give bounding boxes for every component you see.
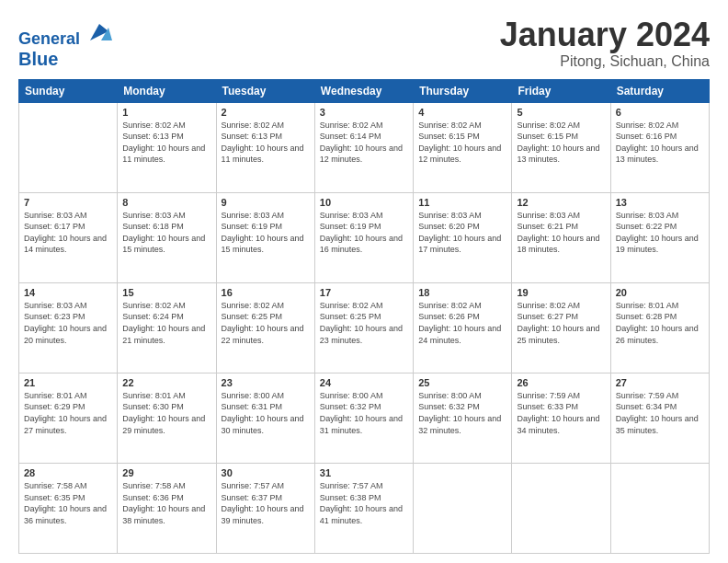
day-number: 20	[616, 287, 704, 298]
day-cell: 16Sunrise: 8:02 AMSunset: 6:25 PMDayligh…	[216, 282, 314, 373]
day-info: Sunrise: 7:57 AMSunset: 6:38 PMDaylight:…	[320, 480, 408, 526]
day-number: 25	[418, 377, 506, 388]
day-number: 16	[222, 287, 310, 298]
day-info: Sunrise: 7:58 AMSunset: 6:36 PMDaylight:…	[122, 480, 210, 526]
week-row-1: 1Sunrise: 8:02 AMSunset: 6:13 PMDaylight…	[19, 102, 710, 192]
day-info: Sunrise: 8:02 AMSunset: 6:24 PMDaylight:…	[122, 300, 210, 346]
day-number: 3	[320, 107, 408, 118]
day-info: Sunrise: 8:03 AMSunset: 6:17 PMDaylight:…	[24, 210, 112, 256]
day-number: 27	[616, 377, 704, 388]
day-number: 28	[24, 467, 112, 478]
page: General Blue January 2024 Pitong, Sichua…	[0, 0, 728, 563]
day-number: 21	[24, 377, 112, 388]
day-info: Sunrise: 8:03 AMSunset: 6:22 PMDaylight:…	[616, 210, 704, 256]
day-cell: 29Sunrise: 7:58 AMSunset: 6:36 PMDayligh…	[118, 463, 216, 553]
day-number: 30	[222, 467, 310, 478]
day-info: Sunrise: 8:03 AMSunset: 6:19 PMDaylight:…	[222, 210, 310, 256]
col-header-sunday: Sunday	[19, 79, 118, 102]
logo: General Blue	[18, 20, 112, 69]
col-header-wednesday: Wednesday	[314, 79, 413, 102]
day-number: 11	[418, 197, 506, 208]
day-info: Sunrise: 8:01 AMSunset: 6:30 PMDaylight:…	[122, 390, 210, 436]
day-number: 19	[517, 287, 605, 298]
week-row-2: 7Sunrise: 8:03 AMSunset: 6:17 PMDaylight…	[19, 192, 710, 282]
day-info: Sunrise: 8:02 AMSunset: 6:26 PMDaylight:…	[418, 300, 506, 346]
title-block: January 2024 Pitong, Sichuan, China	[500, 17, 710, 70]
day-info: Sunrise: 7:58 AMSunset: 6:35 PMDaylight:…	[24, 480, 112, 526]
day-cell: 28Sunrise: 7:58 AMSunset: 6:35 PMDayligh…	[19, 463, 118, 553]
day-info: Sunrise: 8:02 AMSunset: 6:16 PMDaylight:…	[616, 120, 704, 166]
day-cell: 30Sunrise: 7:57 AMSunset: 6:37 PMDayligh…	[216, 463, 314, 553]
day-cell: 22Sunrise: 8:01 AMSunset: 6:30 PMDayligh…	[118, 373, 216, 463]
day-info: Sunrise: 8:02 AMSunset: 6:25 PMDaylight:…	[222, 300, 310, 346]
day-number: 9	[222, 197, 310, 208]
calendar-table: SundayMondayTuesdayWednesdayThursdayFrid…	[18, 79, 710, 554]
day-cell	[610, 463, 709, 553]
week-row-4: 21Sunrise: 8:01 AMSunset: 6:29 PMDayligh…	[19, 373, 710, 463]
day-info: Sunrise: 7:57 AMSunset: 6:37 PMDaylight:…	[222, 480, 310, 526]
day-info: Sunrise: 8:01 AMSunset: 6:28 PMDaylight:…	[616, 300, 704, 346]
day-number: 12	[517, 197, 605, 208]
day-cell	[19, 102, 118, 192]
day-cell: 13Sunrise: 8:03 AMSunset: 6:22 PMDayligh…	[610, 192, 709, 282]
day-info: Sunrise: 8:02 AMSunset: 6:27 PMDaylight:…	[517, 300, 605, 346]
day-cell: 9Sunrise: 8:03 AMSunset: 6:19 PMDaylight…	[216, 192, 314, 282]
day-number: 8	[122, 197, 210, 208]
day-number: 26	[517, 377, 605, 388]
week-row-5: 28Sunrise: 7:58 AMSunset: 6:35 PMDayligh…	[19, 463, 710, 553]
day-cell: 24Sunrise: 8:00 AMSunset: 6:32 PMDayligh…	[314, 373, 413, 463]
day-info: Sunrise: 8:03 AMSunset: 6:23 PMDaylight:…	[24, 300, 112, 346]
day-cell: 18Sunrise: 8:02 AMSunset: 6:26 PMDayligh…	[414, 282, 512, 373]
day-number: 2	[222, 107, 310, 118]
day-info: Sunrise: 8:03 AMSunset: 6:20 PMDaylight:…	[418, 210, 506, 256]
day-cell: 17Sunrise: 8:02 AMSunset: 6:25 PMDayligh…	[314, 282, 413, 373]
day-info: Sunrise: 8:02 AMSunset: 6:13 PMDaylight:…	[122, 120, 210, 166]
day-cell: 31Sunrise: 7:57 AMSunset: 6:38 PMDayligh…	[314, 463, 413, 553]
day-cell: 15Sunrise: 8:02 AMSunset: 6:24 PMDayligh…	[118, 282, 216, 373]
day-number: 15	[122, 287, 210, 298]
day-number: 10	[320, 197, 408, 208]
day-info: Sunrise: 8:00 AMSunset: 6:32 PMDaylight:…	[320, 390, 408, 436]
day-cell: 5Sunrise: 8:02 AMSunset: 6:15 PMDaylight…	[512, 102, 610, 192]
day-info: Sunrise: 8:02 AMSunset: 6:14 PMDaylight:…	[320, 120, 408, 166]
day-cell: 11Sunrise: 8:03 AMSunset: 6:20 PMDayligh…	[414, 192, 512, 282]
day-cell: 20Sunrise: 8:01 AMSunset: 6:28 PMDayligh…	[610, 282, 709, 373]
day-info: Sunrise: 7:59 AMSunset: 6:34 PMDaylight:…	[616, 390, 704, 436]
day-info: Sunrise: 8:00 AMSunset: 6:31 PMDaylight:…	[222, 390, 310, 436]
day-info: Sunrise: 7:59 AMSunset: 6:33 PMDaylight:…	[517, 390, 605, 436]
header-row: SundayMondayTuesdayWednesdayThursdayFrid…	[19, 79, 710, 102]
day-cell: 21Sunrise: 8:01 AMSunset: 6:29 PMDayligh…	[19, 373, 118, 463]
day-number: 18	[418, 287, 506, 298]
logo-blue: Blue	[18, 49, 112, 69]
day-cell: 8Sunrise: 8:03 AMSunset: 6:18 PMDaylight…	[118, 192, 216, 282]
day-number: 4	[418, 107, 506, 118]
week-row-3: 14Sunrise: 8:03 AMSunset: 6:23 PMDayligh…	[19, 282, 710, 373]
header: General Blue January 2024 Pitong, Sichua…	[18, 17, 710, 70]
day-cell: 27Sunrise: 7:59 AMSunset: 6:34 PMDayligh…	[610, 373, 709, 463]
day-number: 17	[320, 287, 408, 298]
day-cell: 19Sunrise: 8:02 AMSunset: 6:27 PMDayligh…	[512, 282, 610, 373]
day-number: 7	[24, 197, 112, 208]
day-info: Sunrise: 8:02 AMSunset: 6:15 PMDaylight:…	[517, 120, 605, 166]
day-number: 1	[122, 107, 210, 118]
day-info: Sunrise: 8:03 AMSunset: 6:21 PMDaylight:…	[517, 210, 605, 256]
location: Pitong, Sichuan, China	[500, 53, 710, 70]
day-number: 31	[320, 467, 408, 478]
day-number: 22	[122, 377, 210, 388]
day-cell: 23Sunrise: 8:00 AMSunset: 6:31 PMDayligh…	[216, 373, 314, 463]
day-cell: 10Sunrise: 8:03 AMSunset: 6:19 PMDayligh…	[314, 192, 413, 282]
col-header-thursday: Thursday	[414, 79, 512, 102]
col-header-tuesday: Tuesday	[216, 79, 314, 102]
col-header-monday: Monday	[118, 79, 216, 102]
day-cell: 14Sunrise: 8:03 AMSunset: 6:23 PMDayligh…	[19, 282, 118, 373]
col-header-friday: Friday	[512, 79, 610, 102]
day-info: Sunrise: 8:02 AMSunset: 6:13 PMDaylight:…	[222, 120, 310, 166]
day-number: 24	[320, 377, 408, 388]
day-number: 23	[222, 377, 310, 388]
day-cell: 26Sunrise: 7:59 AMSunset: 6:33 PMDayligh…	[512, 373, 610, 463]
day-cell: 4Sunrise: 8:02 AMSunset: 6:15 PMDaylight…	[414, 102, 512, 192]
day-cell	[512, 463, 610, 553]
day-cell	[414, 463, 512, 553]
day-cell: 2Sunrise: 8:02 AMSunset: 6:13 PMDaylight…	[216, 102, 314, 192]
day-info: Sunrise: 8:03 AMSunset: 6:18 PMDaylight:…	[122, 210, 210, 256]
